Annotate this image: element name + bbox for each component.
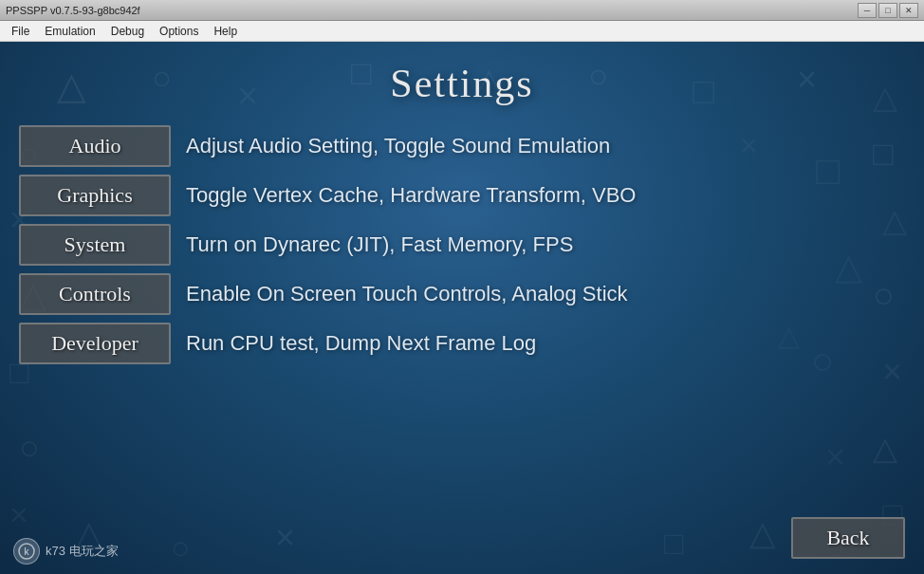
minimize-button[interactable]: ─ [858,3,877,18]
developer-description: Run CPU test, Dump Next Frame Log [186,331,536,356]
system-button[interactable]: System [19,224,171,266]
watermark: k k73 电玩之家 [13,538,119,565]
menu-debug[interactable]: Debug [103,23,152,40]
maximize-button[interactable]: □ [878,3,897,18]
developer-row[interactable]: Developer Run CPU test, Dump Next Frame … [19,323,905,364]
audio-button[interactable]: Audio [19,125,171,167]
developer-button[interactable]: Developer [19,323,171,364]
svg-text:k: k [25,546,30,557]
controls-description: Enable On Screen Touch Controls, Analog … [186,282,628,306]
background: △ ○ × □ △ ○ □ × △ ○ × △ □ ○ × □ △ ○ × △ … [0,42,924,574]
system-row[interactable]: System Turn on Dynarec (JIT), Fast Memor… [19,224,905,266]
title-bar: PPSSPP v0.7.5-93-g8bc942f ─ □ ✕ [0,0,924,21]
window-title: PPSSPP v0.7.5-93-g8bc942f [6,5,140,16]
graphics-description: Toggle Vertex Cache, Hardware Transform,… [186,183,636,208]
settings-list: Audio Adjust Audio Setting, Toggle Sound… [0,125,924,364]
back-button[interactable]: Back [791,517,905,559]
graphics-row[interactable]: Graphics Toggle Vertex Cache, Hardware T… [19,175,905,216]
watermark-icon: k [13,538,40,565]
controls-button[interactable]: Controls [19,273,171,315]
back-btn-container: Back [791,517,905,559]
menu-help[interactable]: Help [206,23,245,40]
close-button[interactable]: ✕ [899,3,918,18]
audio-row[interactable]: Audio Adjust Audio Setting, Toggle Sound… [19,125,905,167]
window-controls: ─ □ ✕ [858,3,918,18]
page-title: Settings [390,61,533,106]
watermark-label: k73 电玩之家 [46,543,119,560]
system-description: Turn on Dynarec (JIT), Fast Memory, FPS [186,232,573,257]
menu-emulation[interactable]: Emulation [37,23,102,40]
menu-file[interactable]: File [4,23,37,40]
graphics-button[interactable]: Graphics [19,175,171,216]
settings-content: Settings Audio Adjust Audio Setting, Tog… [0,42,924,574]
controls-row[interactable]: Controls Enable On Screen Touch Controls… [19,273,905,315]
audio-description: Adjust Audio Setting, Toggle Sound Emula… [186,134,610,158]
menu-bar: File Emulation Debug Options Help [0,21,924,42]
menu-options[interactable]: Options [152,23,206,40]
